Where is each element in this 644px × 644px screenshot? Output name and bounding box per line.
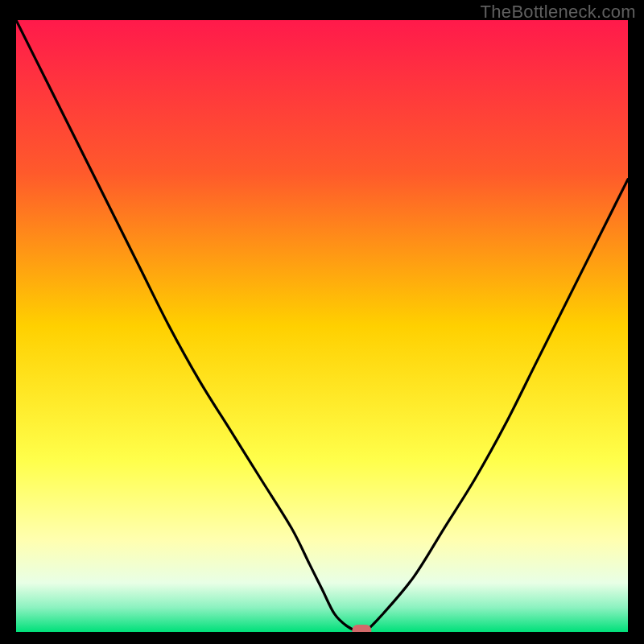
markers-group (352, 625, 371, 632)
chart-svg (16, 20, 628, 632)
watermark-text: TheBottleneck.com (481, 2, 636, 23)
chart-frame: TheBottleneck.com (0, 0, 644, 644)
background-rect (16, 20, 628, 632)
plot-area (16, 20, 628, 632)
optimum-marker (352, 625, 371, 632)
